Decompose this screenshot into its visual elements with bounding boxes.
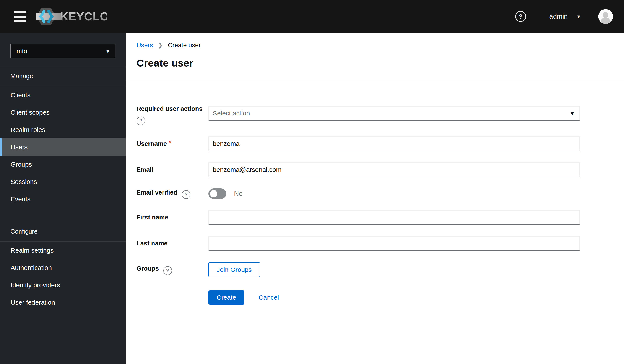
nav-group-configure: Configure <box>0 222 126 241</box>
email-row: Email <box>136 162 580 177</box>
sidebar-item-realm-settings[interactable]: Realm settings <box>0 242 126 259</box>
keycloak-logo: KEYCLOAK <box>36 6 107 27</box>
groups-row: Groups ? Join Groups <box>136 262 580 277</box>
username-row: Username* <box>136 136 580 151</box>
groups-label: Groups <box>136 265 159 272</box>
breadcrumb-current: Create user <box>168 42 201 49</box>
username-label: Username <box>136 140 167 147</box>
hamburger-menu-icon[interactable] <box>14 11 26 22</box>
sidebar: mto ▾ Manage Clients Client scopes Realm… <box>0 33 126 364</box>
email-verified-label: Email verified <box>136 189 178 196</box>
first-name-label: First name <box>136 214 168 221</box>
form-actions-row: Create Cancel <box>136 290 580 305</box>
page-title: Create user <box>136 57 613 69</box>
required-user-actions-select[interactable]: Select action ▾ <box>208 106 580 121</box>
sidebar-item-clients[interactable]: Clients <box>0 86 126 104</box>
email-label: Email <box>136 166 153 173</box>
sidebar-item-authentication[interactable]: Authentication <box>0 259 126 276</box>
topbar: KEYCLOAK ? admin ▾ <box>0 0 624 33</box>
email-field[interactable] <box>208 162 580 177</box>
chevron-right-icon: ❯ <box>158 42 163 48</box>
first-name-input[interactable] <box>208 210 580 225</box>
last-name-label: Last name <box>136 240 167 247</box>
chevron-down-icon: ▾ <box>577 13 580 20</box>
breadcrumb: Users ❯ Create user <box>136 42 613 49</box>
required-user-actions-row: Required user actions ? Select action ▾ <box>136 102 580 125</box>
email-verified-toggle[interactable] <box>208 188 226 199</box>
create-button[interactable]: Create <box>208 290 244 305</box>
chevron-down-icon: ▾ <box>106 48 109 54</box>
nav-group-manage: Manage <box>0 66 126 86</box>
help-icon[interactable]: ? <box>163 266 172 275</box>
select-placeholder: Select action <box>213 110 250 117</box>
username-input[interactable] <box>208 136 580 151</box>
page-header: Users ❯ Create user Create user <box>126 33 624 69</box>
main-content: Users ❯ Create user Create user Required… <box>126 33 624 364</box>
username-label: admin <box>549 13 568 20</box>
email-verified-state: No <box>234 190 243 198</box>
cancel-link[interactable]: Cancel <box>259 294 279 301</box>
breadcrumb-users-link[interactable]: Users <box>136 42 153 49</box>
user-menu-dropdown[interactable]: admin ▾ <box>549 13 580 20</box>
sidebar-item-user-federation[interactable]: User federation <box>0 294 126 311</box>
create-user-form: Required user actions ? Select action ▾ … <box>126 80 624 305</box>
join-groups-button[interactable]: Join Groups <box>208 262 260 277</box>
help-icon[interactable]: ? <box>182 190 190 199</box>
caret-down-icon: ▾ <box>571 110 574 117</box>
realm-name: mto <box>16 48 27 55</box>
sidebar-item-groups[interactable]: Groups <box>0 156 126 173</box>
sidebar-item-client-scopes[interactable]: Client scopes <box>0 104 126 121</box>
last-name-row: Last name <box>136 236 580 251</box>
avatar[interactable] <box>598 9 613 24</box>
first-name-row: First name <box>136 210 580 225</box>
last-name-input[interactable] <box>208 236 580 251</box>
email-verified-row: Email verified ? No <box>136 188 580 199</box>
keycloak-logo-icon: KEYCLOAK <box>36 6 107 27</box>
sidebar-item-users[interactable]: Users <box>0 138 126 156</box>
sidebar-item-identity-providers[interactable]: Identity providers <box>0 276 126 294</box>
help-icon[interactable]: ? <box>136 117 145 125</box>
sidebar-item-events[interactable]: Events <box>0 190 126 208</box>
brand-text: KEYCLOAK <box>60 10 107 23</box>
required-asterisk: * <box>169 140 171 146</box>
sidebar-item-sessions[interactable]: Sessions <box>0 173 126 190</box>
sidebar-item-realm-roles[interactable]: Realm roles <box>0 121 126 138</box>
required-user-actions-label: Required user actions <box>136 105 208 113</box>
help-icon[interactable]: ? <box>515 11 526 22</box>
realm-selector[interactable]: mto ▾ <box>10 44 115 58</box>
